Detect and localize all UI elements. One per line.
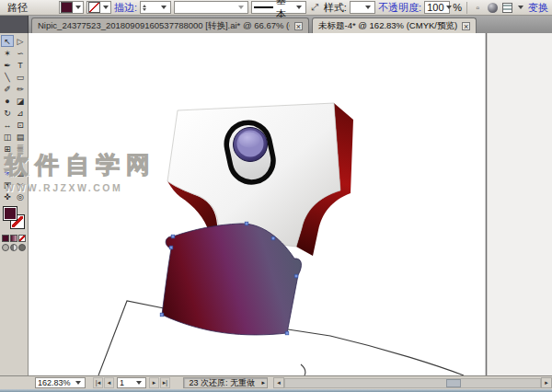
- align-grid-icon[interactable]: [501, 2, 513, 14]
- knob-highlight-shape: [239, 133, 260, 148]
- page-number-combo[interactable]: 1: [117, 377, 146, 388]
- scroll-right-button[interactable]: ▸: [541, 377, 552, 388]
- canvas-artwork[interactable]: [29, 33, 552, 375]
- anchor-point[interactable]: [294, 274, 298, 278]
- anchor-point[interactable]: [160, 313, 164, 317]
- width-profile-combo[interactable]: [174, 1, 248, 14]
- outline-path-left[interactable]: [98, 301, 168, 375]
- blob-brush-tool[interactable]: ●: [1, 95, 14, 107]
- gradient-tool[interactable]: ▒: [14, 143, 27, 155]
- scrollbar-track[interactable]: [284, 378, 541, 388]
- workspace: ↖ ▷ ✶ ∽ ✒ T ╲ ▭ ✐ ✏ ● ◪ ↻ ⊿ ↔ ⊡ ◫ ▤ ⊞ ▒: [0, 33, 552, 375]
- stroke-panel-link[interactable]: 描边:: [114, 1, 137, 15]
- color-mode-button[interactable]: [2, 235, 9, 242]
- last-page-button[interactable]: ▸|: [160, 377, 170, 388]
- fill-proxy-icon[interactable]: [3, 206, 17, 221]
- slice-tool[interactable]: ✂: [14, 179, 27, 190]
- artboard-navigation: |◂ ◂ 1 ▸ ▸|: [93, 377, 170, 388]
- stroke-weight-combo[interactable]: [140, 1, 171, 14]
- column-graph-tool[interactable]: ▥: [14, 167, 27, 179]
- eraser-tool[interactable]: ◪: [14, 95, 27, 107]
- eyedropper-tool[interactable]: ◢: [1, 155, 14, 167]
- prev-page-button[interactable]: ◂: [104, 377, 114, 388]
- close-icon[interactable]: ×: [294, 22, 303, 30]
- hand-tool[interactable]: ✜: [1, 190, 14, 202]
- rectangle-tool[interactable]: ▭: [14, 71, 27, 83]
- stroke-color-picker[interactable]: [86, 1, 111, 14]
- screen-mode-full-button[interactable]: [18, 244, 26, 251]
- lasso-tool[interactable]: ∽: [14, 47, 27, 59]
- context-label: 路径: [7, 1, 28, 15]
- stepper-icon: [143, 5, 146, 11]
- shape-builder-tool[interactable]: ◫: [1, 131, 14, 143]
- horizontal-scrollbar[interactable]: ◂ ▸: [273, 377, 552, 389]
- brush-definition-combo[interactable]: 基本: [251, 1, 306, 14]
- free-transform-tool[interactable]: ⊡: [14, 119, 27, 131]
- screen-mode-menu-button[interactable]: [10, 244, 17, 251]
- fill-stroke-indicator[interactable]: [1, 205, 27, 233]
- document-tab-bar: Nipic_24377523_20180909160537788000 [转换]…: [0, 16, 552, 33]
- width-tool[interactable]: ↔: [1, 119, 14, 131]
- tab-title: 未标题-4* @ 162.83% (CMYK/预览): [318, 20, 457, 32]
- anchor-point[interactable]: [285, 331, 289, 335]
- direct-selection-tool[interactable]: ▷: [14, 35, 27, 47]
- status-menu-arrow-icon[interactable]: ▸: [259, 379, 267, 386]
- pen-tool[interactable]: ✒: [1, 59, 14, 71]
- percent-label: %: [453, 2, 462, 13]
- opacity-combo[interactable]: 100: [424, 1, 450, 14]
- outline-path-right[interactable]: [288, 329, 464, 375]
- fill-swatch-icon: [61, 2, 73, 13]
- brush-stroke-preview-icon: [254, 6, 273, 8]
- opacity-panel-link[interactable]: 不透明度:: [378, 1, 421, 15]
- pencil-tool[interactable]: ✏: [14, 83, 27, 95]
- gradient-mode-button[interactable]: [10, 235, 17, 242]
- opacity-value: 100: [427, 2, 443, 13]
- outline-path-hook[interactable]: [301, 364, 305, 375]
- chevron-down-icon: [136, 381, 142, 385]
- status-bar: 162.83% |◂ ◂ 1 ▸ ▸| 23 次还原: 无重做 ▸ ◂ ▸: [0, 375, 552, 389]
- transform-panel-link[interactable]: 变换: [528, 1, 548, 15]
- anchor-point[interactable]: [171, 235, 175, 238]
- next-page-button[interactable]: ▸: [149, 377, 159, 388]
- chevron-down-icon: [161, 6, 167, 9]
- anchor-point[interactable]: [169, 246, 173, 249]
- paintbrush-tool[interactable]: ✐: [1, 83, 14, 95]
- style-combo[interactable]: [350, 1, 375, 14]
- artboard-tool[interactable]: ▣: [1, 179, 14, 190]
- selection-tool[interactable]: ↖: [1, 35, 14, 47]
- stroke-none-swatch-icon: [88, 2, 100, 13]
- recolor-artwork-icon[interactable]: [487, 2, 499, 14]
- mesh-tool[interactable]: ⊞: [1, 143, 14, 155]
- symbol-sprayer-tool[interactable]: ✳: [1, 167, 14, 179]
- blend-tool[interactable]: ❖: [14, 155, 27, 167]
- shape-mode-icon[interactable]: ⤢: [309, 2, 321, 14]
- line-segment-tool[interactable]: ╲: [1, 71, 14, 83]
- anchor-point[interactable]: [271, 236, 275, 240]
- rotate-tool[interactable]: ↻: [1, 107, 14, 119]
- chevron-down-icon: [238, 6, 244, 9]
- chevron-down-icon: [75, 381, 81, 385]
- zoom-tool[interactable]: ◎: [14, 190, 27, 202]
- status-display[interactable]: 23 次还原: 无重做 ▸: [183, 377, 268, 388]
- scale-tool[interactable]: ⊿: [14, 107, 27, 119]
- anchor-point[interactable]: [245, 222, 248, 225]
- scroll-left-button[interactable]: ◂: [273, 377, 284, 388]
- tab-title: Nipic_24377523_20180909160537788000 [转换]…: [38, 20, 290, 32]
- close-icon[interactable]: ×: [462, 22, 470, 30]
- first-page-button[interactable]: |◂: [93, 377, 103, 388]
- select-similar-icon[interactable]: ▫: [472, 2, 484, 14]
- perspective-grid-tool[interactable]: ▤: [14, 131, 27, 143]
- type-tool[interactable]: T: [14, 59, 27, 71]
- control-bar: 路径 描边: 基本 ⤢ 样式: 不透明度: 100: [0, 0, 552, 16]
- none-mode-button[interactable]: [18, 235, 26, 242]
- document-tab-nipic[interactable]: Nipic_24377523_20180909160537788000 [转换]…: [31, 17, 309, 33]
- artboard-canvas[interactable]: [29, 33, 552, 375]
- fill-color-picker[interactable]: [59, 1, 84, 14]
- chevron-down-icon: [365, 6, 371, 9]
- scrollbar-thumb[interactable]: [446, 379, 461, 387]
- screen-mode-normal-button[interactable]: [2, 244, 9, 251]
- tools-panel: ↖ ▷ ✶ ∽ ✒ T ╲ ▭ ✐ ✏ ● ◪ ↻ ⊿ ↔ ⊡ ◫ ▤ ⊞ ▒: [0, 33, 29, 375]
- document-tab-untitled[interactable]: 未标题-4* @ 162.83% (CMYK/预览) ×: [312, 17, 477, 33]
- zoom-level-combo[interactable]: 162.83%: [35, 377, 86, 388]
- magic-wand-tool[interactable]: ✶: [1, 47, 14, 59]
